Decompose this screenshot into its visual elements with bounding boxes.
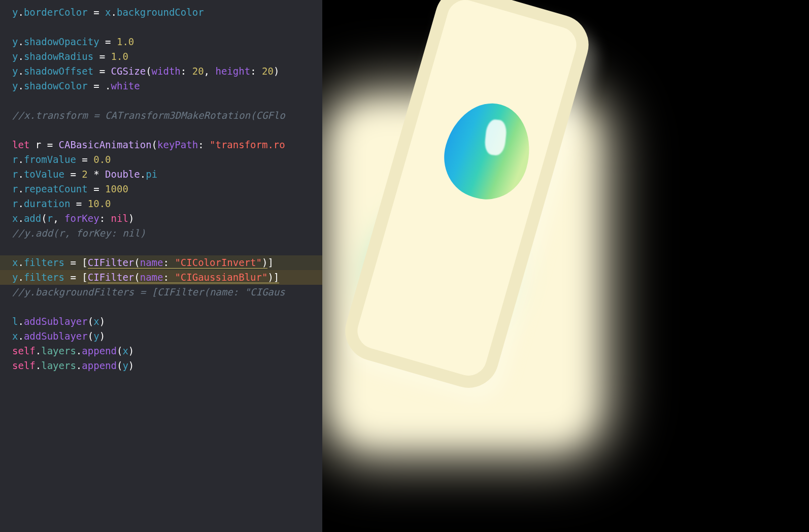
code-line[interactable]: y.shadowRadius = 1.0 — [12, 49, 322, 64]
code-line-comment[interactable]: //y.add(r, forKey: nil) — [12, 226, 322, 241]
code-line[interactable]: y.shadowOpacity = 1.0 — [12, 35, 322, 49]
code-line[interactable]: x.add(r, forKey: nil) — [12, 211, 322, 226]
code-line-empty[interactable] — [12, 300, 322, 314]
code-line-comment[interactable]: //y.backgroundFilters = [CIFilter(name: … — [12, 285, 322, 300]
code-line[interactable]: x.addSublayer(y) — [12, 329, 322, 344]
code-line[interactable]: r.toValue = 2 * Double.pi — [12, 167, 322, 182]
code-editor[interactable]: y.borderColor = x.backgroundColor y.shad… — [0, 0, 322, 532]
app-root: y.borderColor = x.backgroundColor y.shad… — [0, 0, 809, 532]
code-line-highlighted[interactable]: x.filters = [CIFilter(name: "CIColorInve… — [0, 255, 322, 270]
code-line[interactable]: r.repeatCount = 1000 — [12, 182, 322, 196]
code-line[interactable]: l.addSublayer(x) — [12, 314, 322, 329]
preview-canvas — [322, 0, 809, 532]
code-line[interactable]: r.duration = 10.0 — [12, 196, 322, 211]
code-line[interactable]: self.layers.append(x) — [12, 344, 322, 358]
code-line-comment[interactable]: //x.transform = CATransform3DMakeRotatio… — [12, 108, 322, 123]
code-line-empty[interactable] — [12, 123, 322, 138]
code-line-empty[interactable] — [12, 241, 322, 255]
code-line[interactable]: r.fromValue = 0.0 — [12, 152, 322, 167]
code-line-highlighted[interactable]: y.filters = [CIFilter(name: "CIGaussianB… — [0, 270, 322, 285]
code-line[interactable]: let r = CABasicAnimation(keyPath: "trans… — [12, 138, 322, 152]
layer-x-gradient-blob — [434, 93, 542, 209]
code-line[interactable]: y.borderColor = x.backgroundColor — [12, 5, 322, 20]
code-line[interactable]: y.shadowColor = .white — [12, 79, 322, 93]
code-line-empty[interactable] — [12, 20, 322, 35]
code-line[interactable]: self.layers.append(y) — [12, 358, 322, 373]
code-line-empty[interactable] — [12, 93, 322, 108]
code-line[interactable]: y.shadowOffset = CGSize(width: 20, heigh… — [12, 64, 322, 79]
